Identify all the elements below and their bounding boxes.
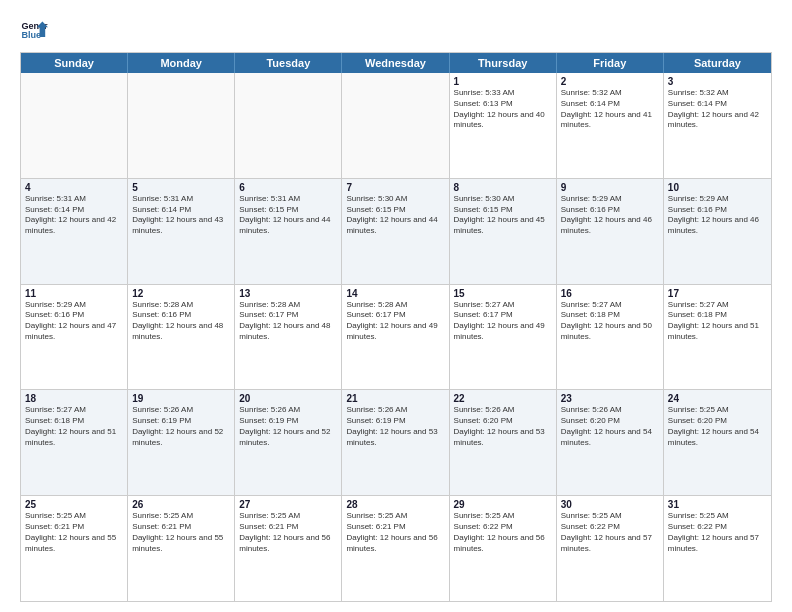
day-header-monday: Monday	[128, 53, 235, 73]
cell-text: Sunrise: 5:26 AMSunset: 6:19 PMDaylight:…	[346, 405, 444, 448]
day-number: 9	[561, 182, 659, 193]
day-number: 8	[454, 182, 552, 193]
day-cell: 29Sunrise: 5:25 AMSunset: 6:22 PMDayligh…	[450, 496, 557, 601]
day-number: 28	[346, 499, 444, 510]
cell-text: Sunrise: 5:25 AMSunset: 6:22 PMDaylight:…	[668, 511, 767, 554]
cell-text: Sunrise: 5:32 AMSunset: 6:14 PMDaylight:…	[668, 88, 767, 131]
day-number: 15	[454, 288, 552, 299]
day-number: 14	[346, 288, 444, 299]
cell-text: Sunrise: 5:32 AMSunset: 6:14 PMDaylight:…	[561, 88, 659, 131]
day-number: 22	[454, 393, 552, 404]
day-number: 13	[239, 288, 337, 299]
cell-text: Sunrise: 5:26 AMSunset: 6:19 PMDaylight:…	[132, 405, 230, 448]
cell-text: Sunrise: 5:31 AMSunset: 6:14 PMDaylight:…	[25, 194, 123, 237]
day-number: 31	[668, 499, 767, 510]
day-cell: 3Sunrise: 5:32 AMSunset: 6:14 PMDaylight…	[664, 73, 771, 178]
week-row-2: 4Sunrise: 5:31 AMSunset: 6:14 PMDaylight…	[21, 179, 771, 285]
cell-text: Sunrise: 5:29 AMSunset: 6:16 PMDaylight:…	[25, 300, 123, 343]
day-number: 2	[561, 76, 659, 87]
day-number: 26	[132, 499, 230, 510]
week-row-3: 11Sunrise: 5:29 AMSunset: 6:16 PMDayligh…	[21, 285, 771, 391]
calendar: SundayMondayTuesdayWednesdayThursdayFrid…	[20, 52, 772, 602]
day-cell: 25Sunrise: 5:25 AMSunset: 6:21 PMDayligh…	[21, 496, 128, 601]
cell-text: Sunrise: 5:25 AMSunset: 6:20 PMDaylight:…	[668, 405, 767, 448]
day-header-tuesday: Tuesday	[235, 53, 342, 73]
cell-text: Sunrise: 5:26 AMSunset: 6:19 PMDaylight:…	[239, 405, 337, 448]
day-cell: 20Sunrise: 5:26 AMSunset: 6:19 PMDayligh…	[235, 390, 342, 495]
day-cell: 19Sunrise: 5:26 AMSunset: 6:19 PMDayligh…	[128, 390, 235, 495]
cell-text: Sunrise: 5:31 AMSunset: 6:14 PMDaylight:…	[132, 194, 230, 237]
day-cell: 1Sunrise: 5:33 AMSunset: 6:13 PMDaylight…	[450, 73, 557, 178]
logo-icon: General Blue	[20, 16, 48, 44]
cell-text: Sunrise: 5:28 AMSunset: 6:17 PMDaylight:…	[239, 300, 337, 343]
day-number: 24	[668, 393, 767, 404]
cell-text: Sunrise: 5:25 AMSunset: 6:22 PMDaylight:…	[561, 511, 659, 554]
header: General Blue	[20, 16, 772, 44]
day-number: 23	[561, 393, 659, 404]
cell-text: Sunrise: 5:31 AMSunset: 6:15 PMDaylight:…	[239, 194, 337, 237]
cell-text: Sunrise: 5:29 AMSunset: 6:16 PMDaylight:…	[561, 194, 659, 237]
day-cell: 26Sunrise: 5:25 AMSunset: 6:21 PMDayligh…	[128, 496, 235, 601]
day-cell: 6Sunrise: 5:31 AMSunset: 6:15 PMDaylight…	[235, 179, 342, 284]
day-cell: 28Sunrise: 5:25 AMSunset: 6:21 PMDayligh…	[342, 496, 449, 601]
day-number: 7	[346, 182, 444, 193]
day-cell: 2Sunrise: 5:32 AMSunset: 6:14 PMDaylight…	[557, 73, 664, 178]
day-header-wednesday: Wednesday	[342, 53, 449, 73]
day-number: 4	[25, 182, 123, 193]
day-number: 1	[454, 76, 552, 87]
day-cell: 21Sunrise: 5:26 AMSunset: 6:19 PMDayligh…	[342, 390, 449, 495]
day-number: 6	[239, 182, 337, 193]
cell-text: Sunrise: 5:27 AMSunset: 6:18 PMDaylight:…	[668, 300, 767, 343]
cell-text: Sunrise: 5:25 AMSunset: 6:21 PMDaylight:…	[346, 511, 444, 554]
day-cell	[342, 73, 449, 178]
day-number: 3	[668, 76, 767, 87]
day-cell: 22Sunrise: 5:26 AMSunset: 6:20 PMDayligh…	[450, 390, 557, 495]
day-header-thursday: Thursday	[450, 53, 557, 73]
cell-text: Sunrise: 5:27 AMSunset: 6:18 PMDaylight:…	[25, 405, 123, 448]
day-cell: 5Sunrise: 5:31 AMSunset: 6:14 PMDaylight…	[128, 179, 235, 284]
cell-text: Sunrise: 5:26 AMSunset: 6:20 PMDaylight:…	[561, 405, 659, 448]
day-number: 21	[346, 393, 444, 404]
day-number: 5	[132, 182, 230, 193]
day-cell: 8Sunrise: 5:30 AMSunset: 6:15 PMDaylight…	[450, 179, 557, 284]
day-number: 16	[561, 288, 659, 299]
cell-text: Sunrise: 5:25 AMSunset: 6:21 PMDaylight:…	[132, 511, 230, 554]
day-header-sunday: Sunday	[21, 53, 128, 73]
day-cell: 17Sunrise: 5:27 AMSunset: 6:18 PMDayligh…	[664, 285, 771, 390]
day-number: 25	[25, 499, 123, 510]
day-number: 10	[668, 182, 767, 193]
day-headers: SundayMondayTuesdayWednesdayThursdayFrid…	[21, 53, 771, 73]
cell-text: Sunrise: 5:33 AMSunset: 6:13 PMDaylight:…	[454, 88, 552, 131]
day-cell: 4Sunrise: 5:31 AMSunset: 6:14 PMDaylight…	[21, 179, 128, 284]
day-cell	[235, 73, 342, 178]
cell-text: Sunrise: 5:26 AMSunset: 6:20 PMDaylight:…	[454, 405, 552, 448]
day-number: 19	[132, 393, 230, 404]
cell-text: Sunrise: 5:27 AMSunset: 6:17 PMDaylight:…	[454, 300, 552, 343]
day-cell: 31Sunrise: 5:25 AMSunset: 6:22 PMDayligh…	[664, 496, 771, 601]
day-cell: 18Sunrise: 5:27 AMSunset: 6:18 PMDayligh…	[21, 390, 128, 495]
day-cell	[128, 73, 235, 178]
day-number: 12	[132, 288, 230, 299]
day-number: 30	[561, 499, 659, 510]
week-row-1: 1Sunrise: 5:33 AMSunset: 6:13 PMDaylight…	[21, 73, 771, 179]
cell-text: Sunrise: 5:25 AMSunset: 6:22 PMDaylight:…	[454, 511, 552, 554]
day-cell: 11Sunrise: 5:29 AMSunset: 6:16 PMDayligh…	[21, 285, 128, 390]
day-number: 20	[239, 393, 337, 404]
cell-text: Sunrise: 5:30 AMSunset: 6:15 PMDaylight:…	[346, 194, 444, 237]
day-cell: 24Sunrise: 5:25 AMSunset: 6:20 PMDayligh…	[664, 390, 771, 495]
page: General Blue SundayMondayTuesdayWednesda…	[0, 0, 792, 612]
cell-text: Sunrise: 5:30 AMSunset: 6:15 PMDaylight:…	[454, 194, 552, 237]
cell-text: Sunrise: 5:25 AMSunset: 6:21 PMDaylight:…	[25, 511, 123, 554]
day-number: 29	[454, 499, 552, 510]
day-number: 18	[25, 393, 123, 404]
week-row-5: 25Sunrise: 5:25 AMSunset: 6:21 PMDayligh…	[21, 496, 771, 601]
cell-text: Sunrise: 5:27 AMSunset: 6:18 PMDaylight:…	[561, 300, 659, 343]
day-number: 17	[668, 288, 767, 299]
day-cell: 13Sunrise: 5:28 AMSunset: 6:17 PMDayligh…	[235, 285, 342, 390]
cell-text: Sunrise: 5:25 AMSunset: 6:21 PMDaylight:…	[239, 511, 337, 554]
day-cell: 27Sunrise: 5:25 AMSunset: 6:21 PMDayligh…	[235, 496, 342, 601]
day-cell	[21, 73, 128, 178]
day-cell: 23Sunrise: 5:26 AMSunset: 6:20 PMDayligh…	[557, 390, 664, 495]
day-cell: 16Sunrise: 5:27 AMSunset: 6:18 PMDayligh…	[557, 285, 664, 390]
day-cell: 14Sunrise: 5:28 AMSunset: 6:17 PMDayligh…	[342, 285, 449, 390]
